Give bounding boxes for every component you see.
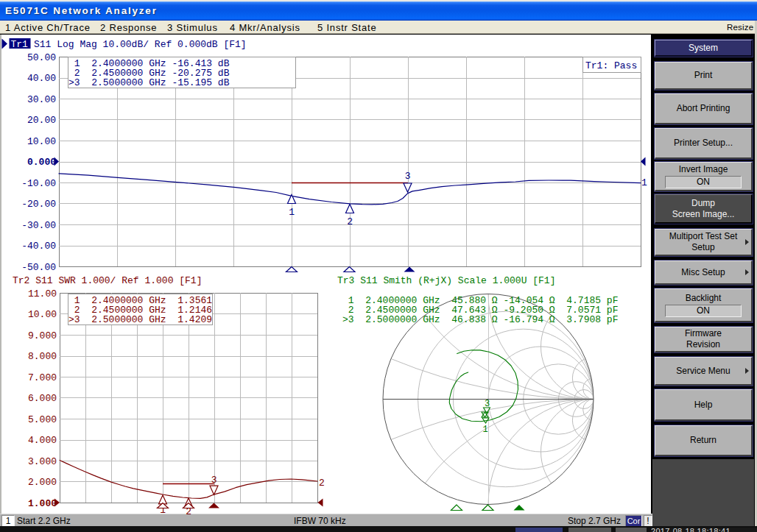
svg-text:30.00: 30.00 — [27, 94, 56, 105]
svg-text:3.000: 3.000 — [28, 456, 57, 467]
svg-text:1: 1 — [483, 425, 488, 435]
svg-text:3: 3 — [405, 171, 411, 182]
svg-text:7.000: 7.000 — [28, 372, 57, 383]
svg-text:>3 2.5000000 GHz -15.195 dB: >3 2.5000000 GHz -15.195 dB — [68, 77, 230, 88]
svg-text:50.00: 50.00 — [27, 52, 56, 63]
svg-text:-20.00: -20.00 — [21, 199, 56, 210]
svg-text:6.000: 6.000 — [28, 393, 57, 404]
svg-text:11.00: 11.00 — [28, 288, 57, 299]
svg-text:>3 2.5000000 GHz 46.838 Ω -1: >3 2.5000000 GHz 46.838 Ω -16.794 Ω 3.79… — [342, 314, 618, 325]
svg-text:1: 1 — [289, 207, 295, 218]
svg-text:-50.00: -50.00 — [21, 262, 56, 273]
svg-text:2.000: 2.000 — [28, 477, 57, 488]
svg-text:3: 3 — [211, 475, 217, 486]
svg-text:1.000: 1.000 — [28, 498, 57, 509]
svg-text:2: 2 — [319, 478, 325, 489]
svg-text:40.00: 40.00 — [27, 73, 56, 84]
svg-text:-40.00: -40.00 — [21, 241, 56, 252]
svg-text:0.000: 0.000 — [27, 157, 56, 168]
svg-text:10.00: 10.00 — [28, 309, 57, 320]
svg-text:Tr1: Pass: Tr1: Pass — [585, 60, 637, 71]
svg-text:Tr1: Tr1 — [11, 39, 29, 50]
svg-text:Tr2 S11 SWR 1.000/ Ref 1.000 [: Tr2 S11 SWR 1.000/ Ref 1.000 [F1] — [13, 275, 202, 286]
svg-text:4.000: 4.000 — [28, 435, 57, 446]
svg-text:-30.00: -30.00 — [21, 220, 56, 231]
svg-text:8.000: 8.000 — [28, 351, 57, 362]
svg-text:Tr3 S11 Smith (R+jX) Scale 1.0: Tr3 S11 Smith (R+jX) Scale 1.000U [F1] — [337, 275, 555, 286]
svg-text:-10.00: -10.00 — [21, 178, 56, 189]
svg-text:20.00: 20.00 — [27, 115, 56, 126]
svg-text:2: 2 — [347, 216, 353, 227]
svg-text:1: 1 — [641, 177, 647, 188]
svg-text:9.000: 9.000 — [28, 330, 57, 341]
svg-text:>3 2.5000000 GHz 1.4209: >3 2.5000000 GHz 1.4209 — [68, 314, 212, 325]
svg-text:5.000: 5.000 — [28, 414, 57, 425]
svg-text:10.00: 10.00 — [27, 136, 56, 147]
svg-text:S11 Log Mag 10.00dB/ Ref 0.000: S11 Log Mag 10.00dB/ Ref 0.000dB [F1] — [34, 39, 247, 50]
